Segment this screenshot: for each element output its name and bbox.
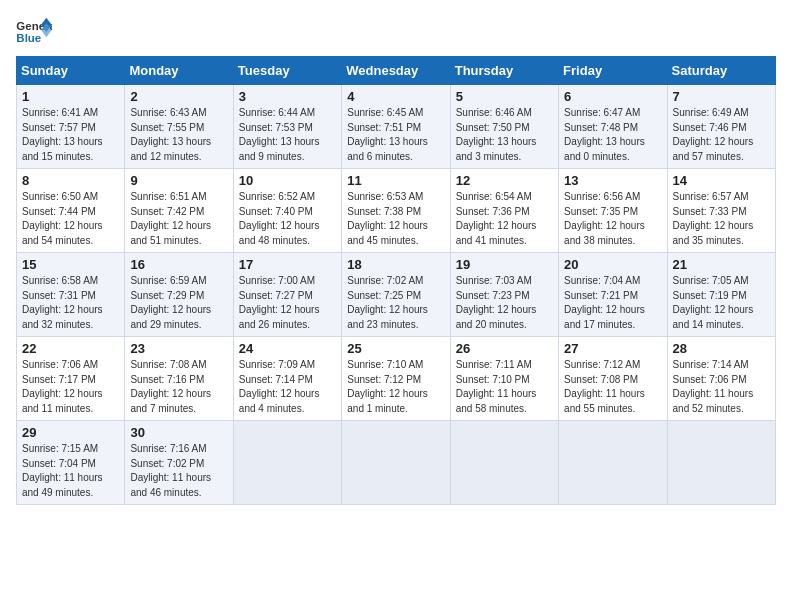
col-header-tuesday: Tuesday [233, 57, 341, 85]
calendar-cell-19: 19Sunrise: 7:03 AMSunset: 7:23 PMDayligh… [450, 253, 558, 337]
logo-icon: General Blue [16, 16, 52, 46]
calendar-cell-27: 27Sunrise: 7:12 AMSunset: 7:08 PMDayligh… [559, 337, 667, 421]
calendar-cell-empty-4-3 [342, 421, 450, 505]
calendar-cell-13: 13Sunrise: 6:56 AMSunset: 7:35 PMDayligh… [559, 169, 667, 253]
calendar-header-row: SundayMondayTuesdayWednesdayThursdayFrid… [17, 57, 776, 85]
col-header-friday: Friday [559, 57, 667, 85]
calendar-cell-6: 6Sunrise: 6:47 AMSunset: 7:48 PMDaylight… [559, 85, 667, 169]
calendar-cell-28: 28Sunrise: 7:14 AMSunset: 7:06 PMDayligh… [667, 337, 775, 421]
calendar-cell-14: 14Sunrise: 6:57 AMSunset: 7:33 PMDayligh… [667, 169, 775, 253]
col-header-saturday: Saturday [667, 57, 775, 85]
calendar-cell-1: 1Sunrise: 6:41 AMSunset: 7:57 PMDaylight… [17, 85, 125, 169]
calendar-table: SundayMondayTuesdayWednesdayThursdayFrid… [16, 56, 776, 505]
col-header-thursday: Thursday [450, 57, 558, 85]
calendar-week-2: 15Sunrise: 6:58 AMSunset: 7:31 PMDayligh… [17, 253, 776, 337]
calendar-cell-29: 29Sunrise: 7:15 AMSunset: 7:04 PMDayligh… [17, 421, 125, 505]
calendar-cell-15: 15Sunrise: 6:58 AMSunset: 7:31 PMDayligh… [17, 253, 125, 337]
calendar-cell-30: 30Sunrise: 7:16 AMSunset: 7:02 PMDayligh… [125, 421, 233, 505]
logo: General Blue [16, 16, 52, 46]
calendar-cell-8: 8Sunrise: 6:50 AMSunset: 7:44 PMDaylight… [17, 169, 125, 253]
calendar-week-0: 1Sunrise: 6:41 AMSunset: 7:57 PMDaylight… [17, 85, 776, 169]
calendar-week-4: 29Sunrise: 7:15 AMSunset: 7:04 PMDayligh… [17, 421, 776, 505]
svg-text:Blue: Blue [16, 32, 41, 44]
calendar-cell-21: 21Sunrise: 7:05 AMSunset: 7:19 PMDayligh… [667, 253, 775, 337]
calendar-cell-23: 23Sunrise: 7:08 AMSunset: 7:16 PMDayligh… [125, 337, 233, 421]
calendar-cell-20: 20Sunrise: 7:04 AMSunset: 7:21 PMDayligh… [559, 253, 667, 337]
calendar-cell-empty-4-5 [559, 421, 667, 505]
calendar-cell-22: 22Sunrise: 7:06 AMSunset: 7:17 PMDayligh… [17, 337, 125, 421]
calendar-cell-10: 10Sunrise: 6:52 AMSunset: 7:40 PMDayligh… [233, 169, 341, 253]
calendar-cell-12: 12Sunrise: 6:54 AMSunset: 7:36 PMDayligh… [450, 169, 558, 253]
col-header-sunday: Sunday [17, 57, 125, 85]
calendar-week-1: 8Sunrise: 6:50 AMSunset: 7:44 PMDaylight… [17, 169, 776, 253]
calendar-cell-24: 24Sunrise: 7:09 AMSunset: 7:14 PMDayligh… [233, 337, 341, 421]
calendar-week-3: 22Sunrise: 7:06 AMSunset: 7:17 PMDayligh… [17, 337, 776, 421]
col-header-monday: Monday [125, 57, 233, 85]
page-header: General Blue [16, 16, 776, 46]
calendar-cell-empty-4-4 [450, 421, 558, 505]
calendar-cell-5: 5Sunrise: 6:46 AMSunset: 7:50 PMDaylight… [450, 85, 558, 169]
calendar-cell-empty-4-2 [233, 421, 341, 505]
calendar-cell-empty-4-6 [667, 421, 775, 505]
calendar-cell-9: 9Sunrise: 6:51 AMSunset: 7:42 PMDaylight… [125, 169, 233, 253]
calendar-cell-3: 3Sunrise: 6:44 AMSunset: 7:53 PMDaylight… [233, 85, 341, 169]
col-header-wednesday: Wednesday [342, 57, 450, 85]
calendar-cell-2: 2Sunrise: 6:43 AMSunset: 7:55 PMDaylight… [125, 85, 233, 169]
calendar-cell-17: 17Sunrise: 7:00 AMSunset: 7:27 PMDayligh… [233, 253, 341, 337]
calendar-cell-7: 7Sunrise: 6:49 AMSunset: 7:46 PMDaylight… [667, 85, 775, 169]
calendar-cell-25: 25Sunrise: 7:10 AMSunset: 7:12 PMDayligh… [342, 337, 450, 421]
calendar-cell-26: 26Sunrise: 7:11 AMSunset: 7:10 PMDayligh… [450, 337, 558, 421]
calendar-cell-4: 4Sunrise: 6:45 AMSunset: 7:51 PMDaylight… [342, 85, 450, 169]
calendar-cell-18: 18Sunrise: 7:02 AMSunset: 7:25 PMDayligh… [342, 253, 450, 337]
calendar-cell-16: 16Sunrise: 6:59 AMSunset: 7:29 PMDayligh… [125, 253, 233, 337]
calendar-cell-11: 11Sunrise: 6:53 AMSunset: 7:38 PMDayligh… [342, 169, 450, 253]
